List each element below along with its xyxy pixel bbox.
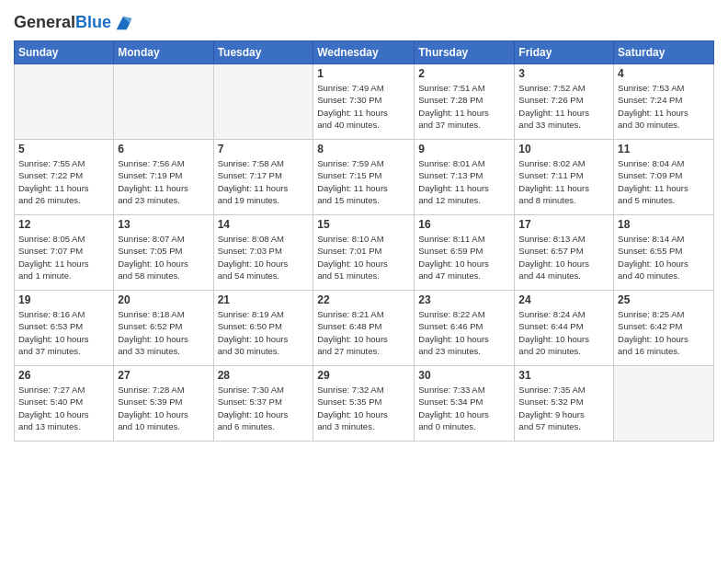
weekday-header-monday: Monday <box>114 41 213 64</box>
calendar-cell: 22Sunrise: 8:21 AM Sunset: 6:48 PM Dayli… <box>313 291 415 366</box>
day-info: Sunrise: 8:22 AM Sunset: 6:46 PM Dayligh… <box>418 308 510 357</box>
day-info: Sunrise: 8:14 AM Sunset: 6:55 PM Dayligh… <box>618 233 710 282</box>
calendar-cell <box>213 64 313 140</box>
day-number: 14 <box>218 218 310 231</box>
day-info: Sunrise: 7:35 AM Sunset: 5:32 PM Dayligh… <box>518 384 609 432</box>
day-number: 25 <box>618 293 710 306</box>
calendar-cell: 11Sunrise: 8:04 AM Sunset: 7:09 PM Dayli… <box>614 140 714 215</box>
day-info: Sunrise: 7:55 AM Sunset: 7:22 PM Dayligh… <box>18 157 109 206</box>
day-info: Sunrise: 8:08 AM Sunset: 7:03 PM Dayligh… <box>218 233 310 282</box>
day-info: Sunrise: 7:53 AM Sunset: 7:24 PM Dayligh… <box>618 82 710 131</box>
day-number: 10 <box>518 143 609 155</box>
calendar-cell: 25Sunrise: 8:25 AM Sunset: 6:42 PM Dayli… <box>614 291 714 366</box>
calendar-cell: 8Sunrise: 7:59 AM Sunset: 7:15 PM Daylig… <box>313 140 415 215</box>
day-number: 27 <box>118 369 209 382</box>
calendar-cell: 9Sunrise: 8:01 AM Sunset: 7:13 PM Daylig… <box>415 140 515 215</box>
day-number: 24 <box>518 293 609 306</box>
day-number: 30 <box>418 369 510 382</box>
day-info: Sunrise: 7:49 AM Sunset: 7:30 PM Dayligh… <box>317 82 410 131</box>
day-info: Sunrise: 8:05 AM Sunset: 7:07 PM Dayligh… <box>18 233 109 282</box>
day-number: 16 <box>418 218 510 231</box>
day-info: Sunrise: 7:33 AM Sunset: 5:34 PM Dayligh… <box>418 384 510 432</box>
day-info: Sunrise: 8:01 AM Sunset: 7:13 PM Dayligh… <box>418 157 510 206</box>
calendar-cell: 20Sunrise: 8:18 AM Sunset: 6:52 PM Dayli… <box>114 291 213 366</box>
day-info: Sunrise: 8:07 AM Sunset: 7:05 PM Dayligh… <box>118 233 209 282</box>
day-info: Sunrise: 8:13 AM Sunset: 6:57 PM Dayligh… <box>518 233 609 282</box>
day-info: Sunrise: 8:04 AM Sunset: 7:09 PM Dayligh… <box>618 157 710 206</box>
day-number: 15 <box>317 218 410 231</box>
day-number: 29 <box>317 369 410 382</box>
day-info: Sunrise: 7:59 AM Sunset: 7:15 PM Dayligh… <box>317 157 410 206</box>
calendar-cell: 26Sunrise: 7:27 AM Sunset: 5:40 PM Dayli… <box>15 366 114 442</box>
weekday-header-friday: Friday <box>515 41 614 64</box>
day-info: Sunrise: 7:28 AM Sunset: 5:39 PM Dayligh… <box>118 384 209 432</box>
day-info: Sunrise: 7:51 AM Sunset: 7:28 PM Dayligh… <box>418 82 510 131</box>
day-info: Sunrise: 7:56 AM Sunset: 7:19 PM Dayligh… <box>118 157 209 206</box>
day-number: 5 <box>18 143 109 155</box>
day-info: Sunrise: 8:10 AM Sunset: 7:01 PM Dayligh… <box>317 233 410 282</box>
calendar-cell: 21Sunrise: 8:19 AM Sunset: 6:50 PM Dayli… <box>213 291 313 366</box>
page: GeneralBlue SundayMondayTuesdayWednesday… <box>0 0 728 563</box>
calendar-cell: 3Sunrise: 7:52 AM Sunset: 7:26 PM Daylig… <box>515 64 614 140</box>
day-info: Sunrise: 8:18 AM Sunset: 6:52 PM Dayligh… <box>118 308 209 357</box>
calendar-cell: 24Sunrise: 8:24 AM Sunset: 6:44 PM Dayli… <box>515 291 614 366</box>
day-info: Sunrise: 7:58 AM Sunset: 7:17 PM Dayligh… <box>218 157 310 206</box>
day-number: 3 <box>518 67 609 80</box>
day-number: 22 <box>317 293 410 306</box>
calendar-cell: 30Sunrise: 7:33 AM Sunset: 5:34 PM Dayli… <box>415 366 515 442</box>
weekday-header-sunday: Sunday <box>15 41 114 64</box>
calendar-cell: 18Sunrise: 8:14 AM Sunset: 6:55 PM Dayli… <box>614 215 714 291</box>
calendar-cell: 31Sunrise: 7:35 AM Sunset: 5:32 PM Dayli… <box>515 366 614 442</box>
weekday-header-wednesday: Wednesday <box>313 41 415 64</box>
day-number: 17 <box>518 218 609 231</box>
day-number: 7 <box>218 143 310 155</box>
calendar: SundayMondayTuesdayWednesdayThursdayFrid… <box>14 40 714 442</box>
calendar-cell: 19Sunrise: 8:16 AM Sunset: 6:53 PM Dayli… <box>15 291 114 366</box>
day-number: 20 <box>118 293 209 306</box>
calendar-cell: 17Sunrise: 8:13 AM Sunset: 6:57 PM Dayli… <box>515 215 614 291</box>
header: GeneralBlue <box>14 9 714 33</box>
calendar-cell: 14Sunrise: 8:08 AM Sunset: 7:03 PM Dayli… <box>213 215 313 291</box>
day-info: Sunrise: 7:32 AM Sunset: 5:35 PM Dayligh… <box>317 384 410 432</box>
day-number: 21 <box>218 293 310 306</box>
day-info: Sunrise: 7:52 AM Sunset: 7:26 PM Dayligh… <box>518 82 609 131</box>
calendar-cell: 27Sunrise: 7:28 AM Sunset: 5:39 PM Dayli… <box>114 366 213 442</box>
calendar-cell: 7Sunrise: 7:58 AM Sunset: 7:17 PM Daylig… <box>213 140 313 215</box>
weekday-header-tuesday: Tuesday <box>213 41 313 64</box>
day-info: Sunrise: 8:11 AM Sunset: 6:59 PM Dayligh… <box>418 233 510 282</box>
day-info: Sunrise: 8:24 AM Sunset: 6:44 PM Dayligh… <box>518 308 609 357</box>
day-info: Sunrise: 8:02 AM Sunset: 7:11 PM Dayligh… <box>518 157 609 206</box>
calendar-cell: 23Sunrise: 8:22 AM Sunset: 6:46 PM Dayli… <box>415 291 515 366</box>
day-number: 13 <box>118 218 209 231</box>
day-info: Sunrise: 7:27 AM Sunset: 5:40 PM Dayligh… <box>18 384 109 432</box>
logo-icon <box>113 13 133 33</box>
day-number: 31 <box>518 369 609 382</box>
day-number: 26 <box>18 369 109 382</box>
calendar-cell: 10Sunrise: 8:02 AM Sunset: 7:11 PM Dayli… <box>515 140 614 215</box>
day-info: Sunrise: 7:30 AM Sunset: 5:37 PM Dayligh… <box>218 384 310 432</box>
weekday-header-thursday: Thursday <box>415 41 515 64</box>
day-number: 1 <box>317 67 410 80</box>
day-info: Sunrise: 8:16 AM Sunset: 6:53 PM Dayligh… <box>18 308 109 357</box>
day-number: 19 <box>18 293 109 306</box>
day-number: 11 <box>618 143 710 155</box>
calendar-cell: 12Sunrise: 8:05 AM Sunset: 7:07 PM Dayli… <box>15 215 114 291</box>
day-number: 6 <box>118 143 209 155</box>
day-number: 2 <box>418 67 510 80</box>
calendar-cell: 1Sunrise: 7:49 AM Sunset: 7:30 PM Daylig… <box>313 64 415 140</box>
day-info: Sunrise: 8:25 AM Sunset: 6:42 PM Dayligh… <box>618 308 710 357</box>
day-number: 12 <box>18 218 109 231</box>
calendar-cell: 15Sunrise: 8:10 AM Sunset: 7:01 PM Dayli… <box>313 215 415 291</box>
calendar-cell: 2Sunrise: 7:51 AM Sunset: 7:28 PM Daylig… <box>415 64 515 140</box>
day-info: Sunrise: 8:19 AM Sunset: 6:50 PM Dayligh… <box>218 308 310 357</box>
day-number: 23 <box>418 293 510 306</box>
day-number: 8 <box>317 143 410 155</box>
calendar-cell: 28Sunrise: 7:30 AM Sunset: 5:37 PM Dayli… <box>213 366 313 442</box>
day-number: 18 <box>618 218 710 231</box>
day-number: 28 <box>218 369 310 382</box>
weekday-header-saturday: Saturday <box>614 41 714 64</box>
calendar-cell: 13Sunrise: 8:07 AM Sunset: 7:05 PM Dayli… <box>114 215 213 291</box>
calendar-cell: 29Sunrise: 7:32 AM Sunset: 5:35 PM Dayli… <box>313 366 415 442</box>
calendar-cell: 5Sunrise: 7:55 AM Sunset: 7:22 PM Daylig… <box>15 140 114 215</box>
logo: GeneralBlue <box>14 13 133 33</box>
